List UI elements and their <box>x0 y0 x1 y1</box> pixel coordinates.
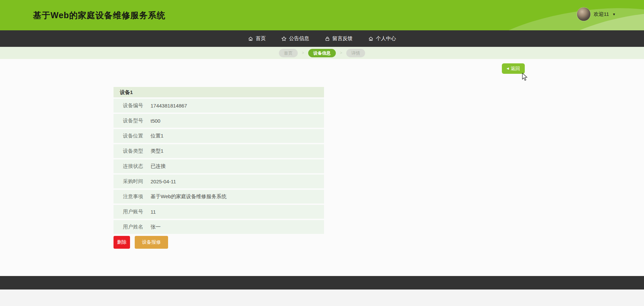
row-value: t500 <box>151 118 160 124</box>
mouse-cursor <box>521 73 529 82</box>
nav-item-feedback[interactable]: 留言反馈 <box>323 30 354 47</box>
delete-button[interactable]: 删除 <box>114 236 130 249</box>
back-arrow-icon: ◀ <box>507 67 509 70</box>
table-row: 注意事项 基于Web的家庭设备维修服务系统 <box>114 190 324 204</box>
breadcrumb-item-device-info[interactable]: 设备信息 <box>308 49 336 57</box>
footer-bar <box>0 276 644 289</box>
page-bottom-area <box>0 289 644 306</box>
action-buttons: 删除 设备报修 <box>114 236 168 249</box>
nav-item-label: 首页 <box>256 35 266 42</box>
main-content: ◀ 返回 设备1 设备编号 1744381814867 设备型号 t500 设备… <box>0 59 644 276</box>
table-row: 设备位置 位置1 <box>114 129 324 143</box>
nav-item-label: 个人中心 <box>376 35 396 42</box>
back-button-label: 返回 <box>511 66 520 72</box>
table-row: 用户姓名 张一 <box>114 220 324 234</box>
user-avatar[interactable] <box>577 7 590 21</box>
nav-item-label: 公告信息 <box>289 35 309 42</box>
row-value: 位置1 <box>151 133 163 139</box>
row-label: 用户姓名 <box>123 224 151 230</box>
row-value: 1744381814867 <box>151 103 187 109</box>
device-title: 设备1 <box>114 87 324 97</box>
main-nav: 首页 公告信息 留言反馈 个人中心 <box>0 30 644 47</box>
table-row: 用户账号 11 <box>114 205 324 219</box>
row-value: 已连接 <box>151 163 166 170</box>
nav-item-announcements[interactable]: 公告信息 <box>280 30 311 47</box>
back-button[interactable]: ◀ 返回 <box>502 63 525 74</box>
table-row: 设备编号 1744381814867 <box>114 99 324 113</box>
row-label: 用户账号 <box>123 209 151 215</box>
device-repair-button[interactable]: 设备报修 <box>135 236 168 249</box>
user-menu[interactable]: 欢迎11 ▼ <box>577 7 616 21</box>
device-detail-table: 设备1 设备编号 1744381814867 设备型号 t500 设备位置 位置… <box>114 87 324 235</box>
home-icon <box>248 36 253 41</box>
breadcrumb-separator: > <box>302 51 304 55</box>
row-label: 设备编号 <box>123 102 151 109</box>
table-row: 采购时间 2025-04-11 <box>114 175 324 188</box>
home-icon <box>368 36 374 41</box>
row-value: 基于Web的家庭设备维修服务系统 <box>151 193 227 200</box>
page: 基于Web的家庭设备维修服务系统 欢迎11 ▼ 首页 公告信息 留言反馈 <box>0 0 644 306</box>
row-label: 采购时间 <box>123 178 151 185</box>
chevron-down-icon[interactable]: ▼ <box>612 12 616 16</box>
breadcrumb: 首页 > 设备信息 > 详情 <box>0 47 644 59</box>
row-label: 设备型号 <box>123 118 151 124</box>
row-label: 设备位置 <box>123 133 151 139</box>
breadcrumb-item-detail[interactable]: 详情 <box>346 49 365 57</box>
app-header: 基于Web的家庭设备维修服务系统 欢迎11 ▼ <box>0 0 644 30</box>
row-value: 2025-04-11 <box>151 179 176 184</box>
row-value: 张一 <box>151 224 161 230</box>
table-row: 设备型号 t500 <box>114 114 324 128</box>
table-row: 连接状态 已连接 <box>114 159 324 173</box>
nav-item-label: 留言反馈 <box>332 35 353 42</box>
row-value: 11 <box>151 209 156 215</box>
table-row: 设备类型 类型1 <box>114 144 324 158</box>
site-title: 基于Web的家庭设备维修服务系统 <box>33 0 165 30</box>
nav-item-home[interactable]: 首页 <box>247 30 267 47</box>
row-label: 注意事项 <box>123 193 151 200</box>
welcome-text: 欢迎11 <box>594 11 609 18</box>
lock-icon <box>325 36 330 41</box>
row-label: 连接状态 <box>123 163 151 170</box>
row-label: 设备类型 <box>123 148 151 154</box>
nav-item-personal-center[interactable]: 个人中心 <box>367 30 397 47</box>
breadcrumb-separator: > <box>340 51 342 55</box>
star-icon <box>281 36 287 41</box>
row-value: 类型1 <box>151 148 163 154</box>
breadcrumb-item-home[interactable]: 首页 <box>279 49 298 57</box>
